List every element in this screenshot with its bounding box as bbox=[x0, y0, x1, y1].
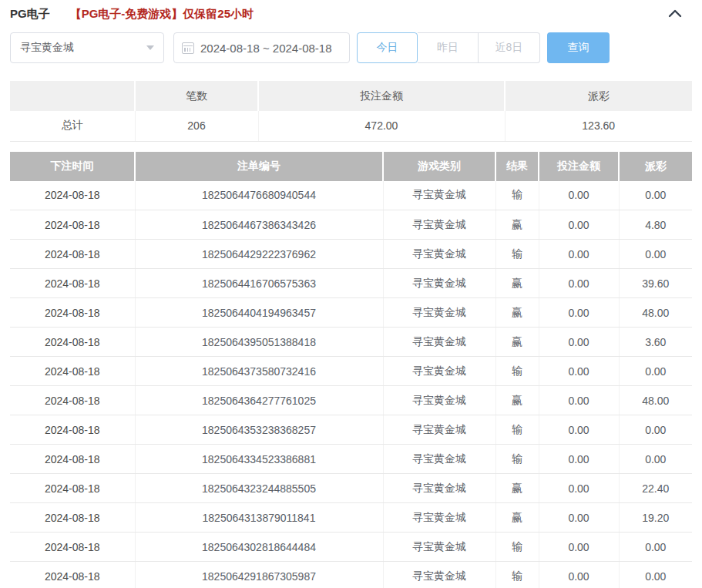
cell-bet-amount: 0.00 bbox=[539, 562, 619, 588]
table-row: 2024-08-181825064323244885505寻宝黄金城赢0.002… bbox=[10, 474, 692, 503]
today-button[interactable]: 今日 bbox=[357, 32, 418, 63]
cell-bet-amount: 0.00 bbox=[539, 269, 619, 298]
cell-bet-time: 2024-08-18 bbox=[10, 562, 135, 588]
cell-bet-id: 1825064323244885505 bbox=[135, 474, 383, 503]
search-button[interactable]: 查询 bbox=[547, 32, 610, 63]
col-result: 结果 bbox=[495, 152, 539, 181]
cell-bet-id: 1825064395051388418 bbox=[135, 328, 383, 357]
game-select-value: 寻宝黄金城 bbox=[20, 41, 74, 55]
cell-payout: 0.00 bbox=[619, 240, 692, 269]
cell-game-type: 寻宝黄金城 bbox=[383, 357, 495, 386]
cell-result: 赢 bbox=[495, 210, 539, 240]
cell-game-type: 寻宝黄金城 bbox=[383, 445, 495, 474]
table-row: 2024-08-181825064353238368257寻宝黄金城输0.000… bbox=[10, 415, 692, 445]
cell-game-type: 寻宝黄金城 bbox=[383, 415, 495, 445]
chevron-down-icon bbox=[146, 45, 154, 50]
cell-payout: 39.60 bbox=[619, 269, 692, 298]
cell-result: 输 bbox=[495, 562, 539, 588]
cell-bet-time: 2024-08-18 bbox=[10, 503, 135, 533]
cell-game-type: 寻宝黄金城 bbox=[383, 386, 495, 415]
table-row: 2024-08-181825064334523386881寻宝黄金城输0.000… bbox=[10, 445, 692, 474]
cell-payout: 48.00 bbox=[619, 298, 692, 328]
cell-result: 赢 bbox=[495, 474, 539, 503]
cell-payout: 3.60 bbox=[619, 328, 692, 357]
col-payout: 派彩 bbox=[619, 152, 692, 181]
table-row: 2024-08-181825064364277761025寻宝黄金城赢0.004… bbox=[10, 386, 692, 415]
cell-payout: 0.00 bbox=[619, 415, 692, 445]
yesterday-button[interactable]: 昨日 bbox=[418, 32, 479, 63]
total-count: 206 bbox=[135, 111, 258, 141]
cell-bet-id: 1825064334523386881 bbox=[135, 445, 383, 474]
cell-bet-time: 2024-08-18 bbox=[10, 415, 135, 445]
last-8-days-button[interactable]: 近8日 bbox=[479, 32, 540, 63]
chevron-up-icon[interactable] bbox=[666, 5, 684, 23]
col-bet-amount: 投注金额 bbox=[539, 152, 619, 181]
cell-bet-id: 1825064373580732416 bbox=[135, 357, 383, 386]
game-select[interactable]: 寻宝黄金城 bbox=[10, 32, 164, 63]
table-row: 2024-08-181825064467386343426寻宝黄金城赢0.004… bbox=[10, 210, 692, 240]
table-row: 2024-08-181825064395051388418寻宝黄金城赢0.003… bbox=[10, 328, 692, 357]
date-range-value: 2024-08-18 ~ 2024-08-18 bbox=[200, 42, 332, 55]
cell-bet-amount: 0.00 bbox=[539, 357, 619, 386]
cell-result: 赢 bbox=[495, 386, 539, 415]
table-row: 2024-08-181825064476680940544寻宝黄金城输0.000… bbox=[10, 181, 692, 210]
cell-bet-amount: 0.00 bbox=[539, 445, 619, 474]
table-row: 2024-08-181825064404194963457寻宝黄金城赢0.004… bbox=[10, 298, 692, 328]
cell-bet-time: 2024-08-18 bbox=[10, 210, 135, 240]
total-payout: 123.60 bbox=[505, 111, 692, 141]
summary-col-bet-amount: 投注金额 bbox=[258, 81, 505, 111]
calendar-icon bbox=[182, 42, 194, 54]
cell-game-type: 寻宝黄金城 bbox=[383, 474, 495, 503]
page-container: PG电子 【PG电子-免费游戏】仅保留25小时 寻宝黄金城 2024-08-18… bbox=[0, 0, 702, 588]
cell-result: 输 bbox=[495, 357, 539, 386]
cell-game-type: 寻宝黄金城 bbox=[383, 503, 495, 533]
table-row: 2024-08-181825064429222376962寻宝黄金城输0.000… bbox=[10, 240, 692, 269]
cell-bet-amount: 0.00 bbox=[539, 210, 619, 240]
cell-bet-id: 1825064416706575363 bbox=[135, 269, 383, 298]
col-bet-id: 注单编号 bbox=[135, 152, 383, 181]
table-row: 2024-08-181825064416706575363寻宝黄金城赢0.003… bbox=[10, 269, 692, 298]
cell-bet-time: 2024-08-18 bbox=[10, 298, 135, 328]
cell-result: 输 bbox=[495, 415, 539, 445]
cell-bet-id: 1825064467386343426 bbox=[135, 210, 383, 240]
cell-bet-amount: 0.00 bbox=[539, 181, 619, 210]
cell-bet-time: 2024-08-18 bbox=[10, 445, 135, 474]
cell-bet-id: 1825064476680940544 bbox=[135, 181, 383, 210]
cell-payout: 22.40 bbox=[619, 474, 692, 503]
cell-game-type: 寻宝黄金城 bbox=[383, 210, 495, 240]
cell-bet-id: 1825064353238368257 bbox=[135, 415, 383, 445]
cell-result: 输 bbox=[495, 240, 539, 269]
cell-bet-id: 1825064429222376962 bbox=[135, 240, 383, 269]
cell-bet-time: 2024-08-18 bbox=[10, 357, 135, 386]
cell-bet-amount: 0.00 bbox=[539, 298, 619, 328]
summary-total-row: 总计 206 472.00 123.60 bbox=[10, 111, 692, 141]
cell-game-type: 寻宝黄金城 bbox=[383, 240, 495, 269]
summary-col-blank bbox=[10, 81, 135, 111]
filter-bar: 寻宝黄金城 2024-08-18 ~ 2024-08-18 今日 昨日 近8日 … bbox=[10, 32, 692, 63]
cell-payout: 0.00 bbox=[619, 445, 692, 474]
cell-bet-amount: 0.00 bbox=[539, 503, 619, 533]
page-title: PG电子 bbox=[10, 7, 50, 22]
cell-result: 赢 bbox=[495, 298, 539, 328]
cell-game-type: 寻宝黄金城 bbox=[383, 298, 495, 328]
table-row: 2024-08-181825064373580732416寻宝黄金城输0.000… bbox=[10, 357, 692, 386]
cell-game-type: 寻宝黄金城 bbox=[383, 533, 495, 562]
date-range-picker[interactable]: 2024-08-18 ~ 2024-08-18 bbox=[173, 32, 350, 63]
cell-bet-amount: 0.00 bbox=[539, 240, 619, 269]
records-table-body: 2024-08-181825064476680940544寻宝黄金城输0.000… bbox=[10, 181, 692, 588]
cell-result: 输 bbox=[495, 181, 539, 210]
col-game-type: 游戏类别 bbox=[383, 152, 495, 181]
cell-bet-id: 1825064404194963457 bbox=[135, 298, 383, 328]
cell-bet-amount: 0.00 bbox=[539, 533, 619, 562]
cell-bet-time: 2024-08-18 bbox=[10, 386, 135, 415]
cell-bet-time: 2024-08-18 bbox=[10, 269, 135, 298]
cell-bet-id: 1825064291867305987 bbox=[135, 562, 383, 588]
cell-payout: 0.00 bbox=[619, 357, 692, 386]
cell-payout: 0.00 bbox=[619, 562, 692, 588]
cell-payout: 19.20 bbox=[619, 503, 692, 533]
total-bet-amount: 472.00 bbox=[258, 111, 505, 141]
records-table: 下注时间 注单编号 游戏类别 结果 投注金额 派彩 2024-08-181825… bbox=[10, 152, 692, 588]
summary-table: 笔数 投注金额 派彩 总计 206 472.00 123.60 bbox=[10, 81, 692, 142]
cell-result: 赢 bbox=[495, 269, 539, 298]
table-row: 2024-08-181825064313879011841寻宝黄金城赢0.001… bbox=[10, 503, 692, 533]
